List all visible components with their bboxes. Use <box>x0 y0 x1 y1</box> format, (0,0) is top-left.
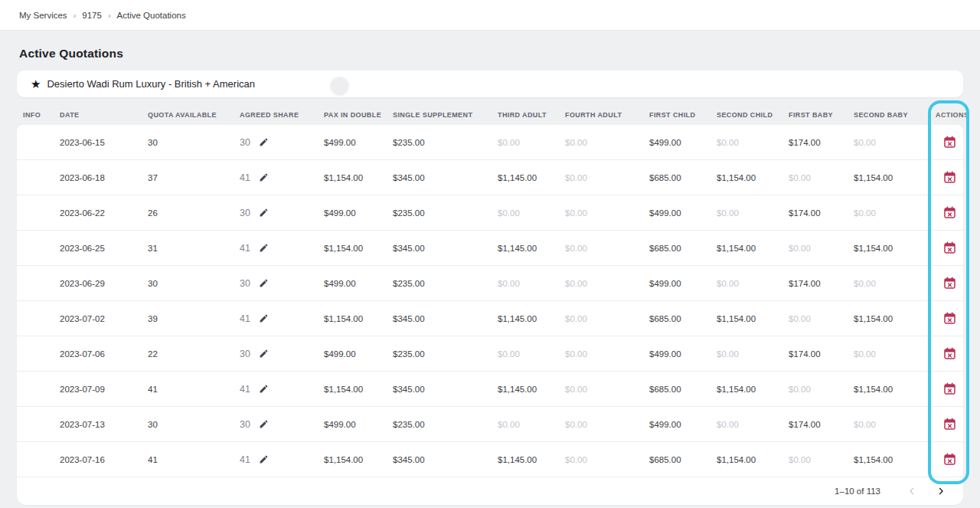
edit-agreed-share-button[interactable] <box>257 241 270 254</box>
next-page-button[interactable] <box>933 483 949 500</box>
cancel-quotation-button[interactable] <box>940 415 959 434</box>
second-baby-cell: $1,154.00 <box>854 173 936 182</box>
fourth-adult-cell: $0.00 <box>565 279 649 288</box>
fourth-adult-cell: $0.00 <box>565 420 649 429</box>
first-child-cell: $685.00 <box>649 455 717 464</box>
cancel-quotation-button[interactable] <box>940 309 959 328</box>
single-supplement-cell: $235.00 <box>393 349 498 359</box>
pencil-icon <box>259 278 269 288</box>
cancel-quotation-button[interactable] <box>940 203 959 222</box>
single-supplement-cell: $235.00 <box>393 138 498 147</box>
table-row: 2023-07-06 22 30 $499.00 $235.00 $0.00 $… <box>17 336 963 372</box>
first-baby-cell: $174.00 <box>789 208 854 218</box>
agreed-share-value: 41 <box>240 313 250 324</box>
second-baby-cell: $0.00 <box>854 138 936 147</box>
previous-page-button[interactable] <box>903 483 920 500</box>
calendar-remove-icon <box>942 311 957 326</box>
first-baby-cell: $0.00 <box>789 314 854 323</box>
quotations-table: INFO DATE QUOTA AVAILABLE AGREED SHARE P… <box>17 105 963 505</box>
agreed-share-cell: 30 <box>240 277 324 290</box>
agreed-share-value: 30 <box>240 349 250 359</box>
pax-in-double-cell: $1,154.00 <box>324 314 393 323</box>
agreed-share-cell: 41 <box>240 241 324 254</box>
edit-agreed-share-button[interactable] <box>257 206 270 219</box>
second-baby-cell: $1,154.00 <box>854 385 936 394</box>
actions-cell <box>936 415 963 434</box>
breadcrumb-active-quotations: Active Quotations <box>117 11 186 20</box>
edit-agreed-share-button[interactable] <box>257 382 270 395</box>
column-header-agreed-share: AGREED SHARE <box>240 111 324 119</box>
column-header-pax-in-double: PAX IN DOUBLE <box>324 111 393 119</box>
pencil-icon <box>259 172 269 182</box>
first-baby-cell: $174.00 <box>789 279 854 288</box>
actions-cell <box>936 309 963 328</box>
quota-available-cell: 26 <box>148 208 240 218</box>
edit-agreed-share-button[interactable] <box>257 136 270 149</box>
pax-in-double-cell: $499.00 <box>324 349 393 359</box>
agreed-share-value: 41 <box>240 172 250 183</box>
cancel-quotation-button[interactable] <box>940 450 959 469</box>
breadcrumb-service-id[interactable]: 9175 <box>82 11 102 20</box>
tour-card[interactable]: ★ Desierto Wadi Rum Luxury - British + A… <box>17 70 963 97</box>
cancel-quotation-button[interactable] <box>940 238 959 257</box>
pagination-range-label: 1–10 of 113 <box>835 487 880 496</box>
breadcrumb-my-services[interactable]: My Services <box>19 11 67 20</box>
pencil-icon <box>259 137 269 147</box>
table-body: 2023-06-15 30 30 $499.00 $235.00 $0.00 $… <box>17 125 963 477</box>
pax-in-double-cell: $1,154.00 <box>324 455 393 464</box>
edit-agreed-share-button[interactable] <box>257 453 270 466</box>
first-baby-cell: $0.00 <box>789 244 854 253</box>
column-header-first-child: FIRST CHILD <box>649 111 717 119</box>
date-cell: 2023-06-18 <box>60 173 148 182</box>
calendar-remove-icon <box>942 135 957 149</box>
column-header-info: INFO <box>17 111 60 119</box>
single-supplement-cell: $345.00 <box>393 244 498 253</box>
pax-in-double-cell: $499.00 <box>324 208 393 218</box>
second-child-cell: $0.00 <box>717 279 789 288</box>
pax-in-double-cell: $1,154.00 <box>324 385 393 394</box>
third-adult-cell: $1,145.00 <box>498 173 565 182</box>
agreed-share-cell: 41 <box>240 453 324 466</box>
pax-in-double-cell: $1,154.00 <box>324 244 393 253</box>
edit-agreed-share-button[interactable] <box>257 347 270 360</box>
star-icon[interactable]: ★ <box>31 78 41 90</box>
first-baby-cell: $0.00 <box>789 385 854 394</box>
pax-in-double-cell: $499.00 <box>324 420 393 429</box>
table-row: 2023-07-02 39 41 $1,154.00 $345.00 $1,14… <box>17 301 963 336</box>
second-baby-cell: $1,154.00 <box>854 244 936 253</box>
edit-agreed-share-button[interactable] <box>257 277 270 290</box>
quota-available-cell: 30 <box>148 420 240 429</box>
single-supplement-cell: $345.00 <box>393 385 498 394</box>
single-supplement-cell: $345.00 <box>393 314 498 323</box>
cancel-quotation-button[interactable] <box>940 274 959 293</box>
edit-agreed-share-button[interactable] <box>257 171 270 184</box>
pencil-icon <box>259 454 269 464</box>
actions-cell <box>936 238 963 257</box>
first-baby-cell: $174.00 <box>789 138 854 147</box>
pencil-icon <box>259 419 269 429</box>
edit-agreed-share-button[interactable] <box>257 312 270 325</box>
edit-agreed-share-button[interactable] <box>257 418 270 431</box>
quota-available-cell: 37 <box>148 173 240 182</box>
third-adult-cell: $1,145.00 <box>498 314 565 323</box>
cancel-quotation-button[interactable] <box>940 379 959 398</box>
calendar-remove-icon <box>942 170 957 185</box>
agreed-share-cell: 30 <box>240 136 324 149</box>
quota-available-cell: 22 <box>148 349 240 359</box>
single-supplement-cell: $345.00 <box>393 173 498 182</box>
column-header-second-child: SECOND CHILD <box>717 111 789 119</box>
single-supplement-cell: $235.00 <box>393 208 498 218</box>
table-header-row: INFO DATE QUOTA AVAILABLE AGREED SHARE P… <box>17 105 963 125</box>
cancel-quotation-button[interactable] <box>940 344 959 363</box>
date-cell: 2023-06-15 <box>60 138 148 147</box>
quota-available-cell: 30 <box>148 279 240 288</box>
quota-available-cell: 41 <box>148 455 240 464</box>
cancel-quotation-button[interactable] <box>940 168 959 187</box>
cancel-quotation-button[interactable] <box>940 133 959 152</box>
second-child-cell: $1,154.00 <box>717 173 789 182</box>
date-cell: 2023-07-16 <box>60 455 148 464</box>
actions-cell <box>936 344 963 363</box>
breadcrumb-bar: My Services › 9175 › Active Quotations <box>0 0 980 31</box>
pagination: 1–10 of 113 <box>17 477 963 505</box>
pax-in-double-cell: $499.00 <box>324 279 393 288</box>
